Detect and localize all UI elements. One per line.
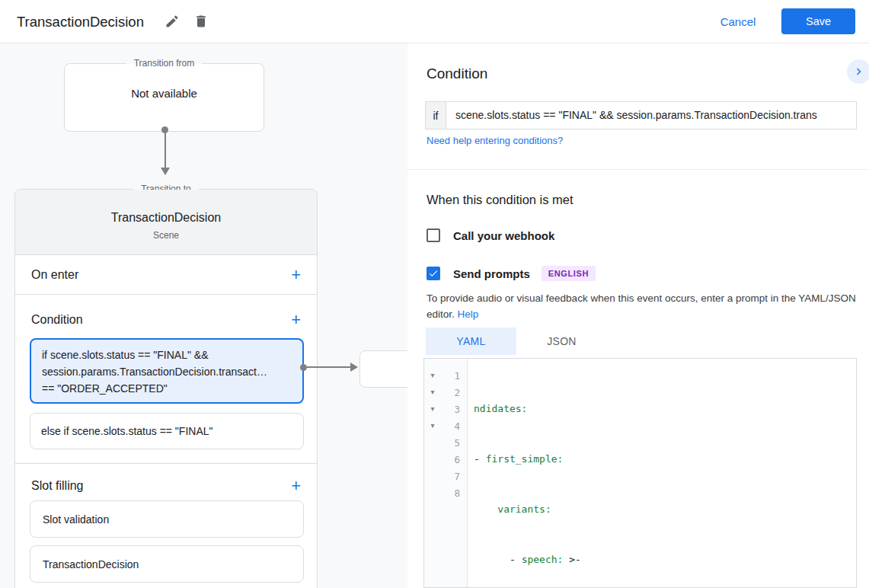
slot-card-label: TransactionDecision bbox=[43, 558, 139, 570]
transition-from-box: Transition from Not available bbox=[64, 63, 264, 132]
condition-help-link[interactable]: Need help entering conditions? bbox=[427, 135, 563, 146]
code-line[interactable]: - speech: >- bbox=[474, 551, 856, 568]
arrow-down-icon bbox=[161, 168, 170, 175]
send-prompts-checkbox[interactable] bbox=[427, 267, 440, 280]
yaml-plain: >- bbox=[563, 554, 580, 565]
condition-section-label: Condition bbox=[31, 313, 83, 327]
slot-card-label: Slot validation bbox=[43, 513, 109, 526]
chevron-right-icon bbox=[852, 65, 866, 78]
yaml-key: ndidates: bbox=[474, 403, 527, 414]
collapse-panel-button[interactable] bbox=[847, 59, 869, 84]
line-number: 6 bbox=[441, 454, 467, 465]
code-line[interactable]: - first_simple: bbox=[474, 451, 856, 468]
delete-scene-button[interactable] bbox=[190, 10, 212, 33]
connector-line bbox=[307, 366, 350, 368]
webhook-label[interactable]: Call your webhook bbox=[453, 229, 554, 242]
condition-section-header: Condition + bbox=[15, 306, 317, 334]
pencil-icon bbox=[165, 14, 180, 29]
scene-editor: TransactionDecision Cancel Save Transiti… bbox=[0, 0, 869, 588]
language-badge: ENGLISH bbox=[542, 266, 596, 281]
slot-filling-section-header: Slot filling + bbox=[15, 472, 317, 500]
add-slot-button[interactable]: + bbox=[287, 478, 305, 494]
condition-expression-input[interactable]: scene.slots.status == "FINAL" && session… bbox=[446, 101, 857, 129]
yaml-plain: - bbox=[474, 453, 486, 465]
fold-icon[interactable]: ▾ bbox=[424, 417, 441, 434]
scene-node-subtitle: Scene bbox=[15, 230, 317, 241]
yaml-code-editor: ▾1 ▾2 ▾3 ▾4 5 6 7 8 ndidates: - first_si… bbox=[423, 358, 857, 588]
code-area[interactable]: ndidates: - first_simple: variants: - sp… bbox=[468, 359, 856, 587]
condition-expression-row: if scene.slots.status == "FINAL" && sess… bbox=[425, 101, 857, 129]
section-divider bbox=[15, 463, 317, 464]
slot-card-validation[interactable]: Slot validation bbox=[30, 500, 304, 538]
fold-icon[interactable]: ▾ bbox=[424, 384, 441, 401]
transition-from-value: Not available bbox=[65, 87, 264, 100]
condition-text-line: session.params.TransactionDecision.trans… bbox=[42, 363, 292, 380]
editor-gutter: ▾1 ▾2 ▾3 ▾4 5 6 7 8 bbox=[424, 359, 468, 587]
tab-json[interactable]: JSON bbox=[516, 328, 607, 355]
yaml-key: variants: bbox=[497, 503, 551, 515]
line-number: 5 bbox=[441, 437, 467, 449]
scene-node-header[interactable]: TransactionDecision Scene bbox=[15, 190, 317, 255]
flow-diagram-panel: Transition from Not available Transition… bbox=[0, 43, 407, 588]
connector-line bbox=[165, 130, 166, 168]
line-number: 4 bbox=[441, 420, 467, 432]
tab-yaml[interactable]: YAML bbox=[426, 328, 516, 355]
send-prompts-label[interactable]: Send prompts bbox=[453, 267, 530, 280]
condition-text-line: == "ORDER_ACCEPTED" bbox=[42, 380, 292, 397]
on-enter-label: On enter bbox=[31, 268, 78, 282]
condition-text-line: else if scene.slots.status == "FINAL" bbox=[41, 425, 212, 437]
fold-icon[interactable]: ▾ bbox=[424, 401, 441, 417]
save-button[interactable]: Save bbox=[781, 8, 855, 34]
condition-card-else[interactable]: else if scene.slots.status == "FINAL" bbox=[30, 413, 304, 449]
yaml-plain bbox=[474, 503, 497, 515]
code-line[interactable]: variants: bbox=[474, 501, 856, 518]
prompt-description-text: To provide audio or visual feedback when… bbox=[427, 292, 856, 320]
condition-detail-panel: Condition if scene.slots.status == "FINA… bbox=[407, 43, 869, 588]
fold-icon[interactable]: ▾ bbox=[424, 367, 441, 384]
prompts-option-row: Send prompts ENGLISH bbox=[427, 266, 596, 281]
line-number: 1 bbox=[441, 370, 467, 382]
edit-scene-button[interactable] bbox=[161, 10, 184, 33]
page-title: TransactionDecision bbox=[17, 0, 144, 43]
webhook-option-row: Call your webhook bbox=[427, 228, 554, 242]
line-number: 3 bbox=[441, 404, 467, 415]
top-bar: TransactionDecision Cancel Save bbox=[0, 0, 869, 43]
yaml-key: first_simple: bbox=[486, 453, 564, 465]
webhook-checkbox[interactable] bbox=[427, 228, 440, 242]
add-condition-button[interactable]: + bbox=[287, 312, 305, 328]
slot-filling-label: Slot filling bbox=[31, 479, 83, 493]
scene-node-title: TransactionDecision bbox=[15, 211, 317, 225]
transition-from-legend: Transition from bbox=[126, 58, 203, 69]
editor-tabs: YAML JSON bbox=[426, 328, 607, 355]
help-link[interactable]: Help bbox=[458, 308, 479, 320]
condition-text-line: if scene.slots.status == "FINAL" && bbox=[42, 347, 292, 363]
slot-card-transaction-decision[interactable]: TransactionDecision bbox=[30, 545, 304, 583]
cancel-button[interactable]: Cancel bbox=[713, 0, 763, 43]
add-on-enter-button[interactable]: + bbox=[287, 267, 305, 283]
connector-dot bbox=[300, 364, 307, 371]
condition-met-heading: When this condition is met bbox=[427, 193, 573, 207]
yaml-plain: - bbox=[474, 554, 522, 565]
line-number: 7 bbox=[441, 471, 467, 482]
yaml-key: speech: bbox=[522, 554, 564, 565]
condition-card-selected[interactable]: if scene.slots.status == "FINAL" && sess… bbox=[30, 338, 304, 404]
line-number: 8 bbox=[441, 487, 467, 499]
code-line[interactable]: ndidates: bbox=[474, 401, 856, 417]
arrow-right-icon bbox=[350, 363, 358, 372]
panel-divider bbox=[407, 169, 869, 170]
transition-target-node[interactable] bbox=[359, 350, 407, 388]
on-enter-section: On enter + bbox=[15, 255, 317, 295]
line-number: 2 bbox=[441, 387, 467, 398]
check-icon bbox=[428, 268, 439, 279]
condition-panel-title: Condition bbox=[427, 66, 487, 82]
trash-icon bbox=[193, 14, 209, 29]
prompt-description: To provide audio or visual feedback when… bbox=[427, 290, 864, 322]
transition-to-box: Transition to TransactionDecision Scene … bbox=[14, 189, 318, 588]
if-prefix: if bbox=[425, 101, 446, 129]
